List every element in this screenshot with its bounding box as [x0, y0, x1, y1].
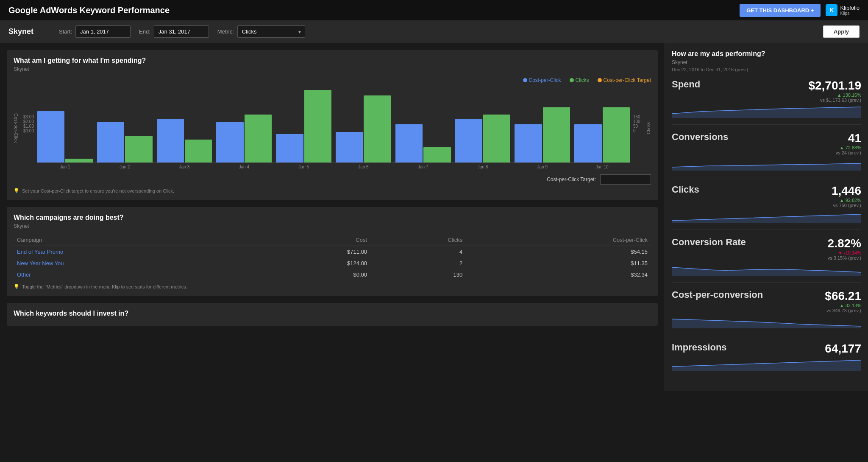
- metric-value-block-3: 2.82% ▼ -10.34% vs 3.15% (prev.): [828, 237, 861, 260]
- metric-change-1: ▲ 72.88%: [836, 145, 861, 150]
- campaigns-table-head: Campaign Cost Clicks Cost-per-Click: [14, 234, 651, 246]
- bars-area: [37, 87, 630, 163]
- bar-blue-5: [336, 132, 363, 162]
- metric-name-4: Cost-per-conversion: [672, 289, 763, 300]
- metric-value-block-1: 41 ▲ 72.88% vs 24 (prev.): [836, 132, 861, 155]
- bar-blue-0: [37, 111, 64, 162]
- metric-row-1: Conversions 41 ▲ 72.88% vs 24 (prev.): [672, 132, 861, 177]
- metric-header-2: Clicks 1,446 ▲ 92.82% vs 750 (prev.): [672, 184, 861, 208]
- left-panel: What am I getting for what I'm spending?…: [0, 43, 665, 391]
- sparkline-1: [672, 158, 861, 171]
- metric-value-block-5: 64,177: [825, 342, 861, 356]
- bar-blue-8: [515, 124, 542, 162]
- bar-group-0: [37, 111, 93, 162]
- y-label-3: $3.00: [23, 115, 34, 119]
- x-label-4: Jan 5: [276, 165, 331, 169]
- clicks-cell-1: 2: [370, 258, 466, 269]
- metric-row-2: Clicks 1,446 ▲ 92.82% vs 750 (prev.): [672, 184, 861, 230]
- top-bar-right: GET THIS DASHBOARD + K Klipfolio Klips: [740, 4, 860, 17]
- bar-green-8: [543, 107, 570, 162]
- y-label-1: $1.00: [23, 124, 34, 129]
- x-label-1: Jan 2: [97, 165, 153, 169]
- col-cost: Cost: [252, 234, 370, 246]
- end-filter-group: End:: [139, 25, 209, 38]
- x-label-2: Jan 3: [157, 165, 212, 169]
- bar-green-6: [423, 147, 451, 162]
- cost-cell-2: $0.00: [252, 269, 370, 280]
- bar-group-8: [515, 107, 570, 162]
- target-input[interactable]: [600, 174, 651, 185]
- page-title: Google AdWords Keyword Performance: [8, 6, 170, 15]
- cost-cell-0: $711.00: [252, 246, 370, 258]
- bar-group-3: [216, 115, 272, 162]
- metric-value-3: 2.82%: [828, 237, 861, 250]
- campaign-link-2[interactable]: Other: [14, 269, 252, 280]
- spending-subtitle: Skynet: [14, 66, 651, 72]
- start-date-input[interactable]: [75, 25, 131, 38]
- apply-button[interactable]: Apply: [823, 25, 860, 38]
- col-clicks: Clicks: [370, 234, 466, 246]
- klipfolio-name: Klipfolio Klips: [840, 5, 860, 16]
- chart-legend: Cost-per-Click Clicks Cost-per-Click Tar…: [14, 77, 651, 83]
- legend-dot-target: [598, 78, 602, 82]
- bar-blue-9: [574, 124, 601, 162]
- y-label-2: $2.00: [23, 119, 34, 124]
- sparkline-5: [672, 358, 861, 371]
- table-row: Other $0.00 130 $32.34: [14, 269, 651, 280]
- col-cpc: Cost-per-Click: [466, 234, 651, 246]
- start-label: Start:: [59, 28, 72, 35]
- clicks-cell-0: 4: [370, 246, 466, 258]
- account-name: Skynet: [8, 27, 33, 36]
- target-label: Cost-per-Click Target:: [547, 176, 596, 182]
- sparkline-3: [672, 263, 861, 276]
- bar-blue-6: [395, 124, 423, 162]
- hint-icon2: 💡: [14, 284, 19, 289]
- y-right-50: 50: [633, 124, 638, 129]
- metric-value-block-4: $66.21 ▲ 33.13% vs $49.73 (prev.): [825, 289, 861, 313]
- metric-row-0: Spend $2,701.19 ▲ 130.16% vs $1,173.63 (…: [672, 79, 861, 125]
- bar-group-9: [574, 107, 630, 162]
- y-label-0: $0.00: [23, 129, 34, 133]
- bar-blue-4: [276, 134, 303, 162]
- cpc-cell-0: $54.15: [466, 246, 651, 258]
- legend-target: Cost-per-Click Target: [598, 77, 651, 83]
- klipfolio-icon: K: [826, 4, 837, 16]
- y-left-axis-label: Cost-per-Click: [14, 113, 19, 143]
- metric-header-0: Spend $2,701.19 ▲ 130.16% vs $1,173.63 (…: [672, 79, 861, 103]
- bar-green-3: [245, 115, 272, 162]
- metric-change-4: ▲ 33.13%: [825, 303, 861, 308]
- bar-blue-3: [216, 122, 243, 162]
- klipfolio-logo: K Klipfolio Klips: [826, 4, 860, 16]
- metric-header-1: Conversions 41 ▲ 72.88% vs 24 (prev.): [672, 132, 861, 155]
- get-dashboard-button[interactable]: GET THIS DASHBOARD +: [740, 4, 821, 17]
- col-campaign: Campaign: [14, 234, 252, 246]
- bar-green-4: [304, 90, 331, 162]
- campaigns-table: Campaign Cost Clicks Cost-per-Click End …: [14, 234, 651, 280]
- right-panel: How are my ads performing? Skynet Dec 22…: [665, 43, 868, 391]
- right-panel-subtitle: Skynet: [672, 59, 861, 65]
- campaign-link-0[interactable]: End of Year Promo: [14, 246, 252, 258]
- metric-row-4: Cost-per-conversion $66.21 ▲ 33.13% vs $…: [672, 289, 861, 335]
- sparkline-0: [672, 105, 861, 118]
- metric-value-block-2: 1,446 ▲ 92.82% vs 750 (prev.): [832, 184, 861, 208]
- metric-row-3: Conversion Rate 2.82% ▼ -10.34% vs 3.15%…: [672, 237, 861, 283]
- right-panel-date: Dec 22, 2016 to Dec 31, 2016 (prev.): [672, 67, 861, 72]
- metric-row-5: Impressions 64,177: [672, 342, 861, 377]
- keywords-title: Which keywords should I invest in?: [14, 310, 651, 317]
- x-label-6: Jan 7: [395, 165, 451, 169]
- legend-clicks: Clicks: [570, 77, 589, 83]
- end-date-input[interactable]: [154, 25, 209, 38]
- metric-select[interactable]: Clicks Impressions Conversions Cost: [237, 25, 305, 38]
- metric-header-4: Cost-per-conversion $66.21 ▲ 33.13% vs $…: [672, 289, 861, 313]
- campaign-link-1[interactable]: New Year New You: [14, 258, 252, 269]
- campaigns-table-body: End of Year Promo $711.00 4 $54.15 New Y…: [14, 246, 651, 281]
- x-label-3: Jan 4: [216, 165, 272, 169]
- right-panel-title: How are my ads performing?: [672, 50, 861, 58]
- cost-cell-1: $124.00: [252, 258, 370, 269]
- metric-value-4: $66.21: [825, 289, 861, 303]
- target-row: Cost-per-Click Target:: [14, 174, 651, 185]
- filter-bar: Skynet Start: End: Metric: Clicks Impres…: [0, 20, 868, 43]
- campaigns-table-wrapper: Campaign Cost Clicks Cost-per-Click End …: [14, 234, 651, 280]
- y-right-100: 100: [633, 119, 640, 124]
- top-bar: Google AdWords Keyword Performance GET T…: [0, 0, 868, 20]
